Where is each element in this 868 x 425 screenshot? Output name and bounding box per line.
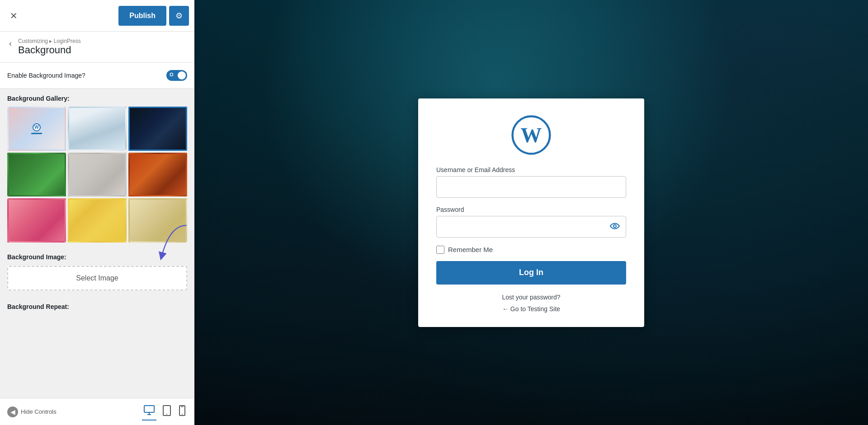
thumb-inner-6 bbox=[130, 154, 186, 196]
gallery-thumb-9[interactable] bbox=[128, 198, 187, 243]
remember-me-label: Remember Me bbox=[448, 246, 493, 253]
thumb-inner-2 bbox=[69, 108, 125, 149]
gallery-thumb-5[interactable] bbox=[68, 153, 127, 197]
hide-controls-arrow-icon: ◀ bbox=[7, 406, 18, 417]
bg-image-label: Background Image: bbox=[0, 247, 194, 263]
hide-controls-label: Hide Controls bbox=[21, 408, 57, 415]
password-input[interactable] bbox=[436, 216, 626, 238]
section-header: ‹ Customizing ▸ LoginPress Background bbox=[0, 32, 194, 63]
password-wrap bbox=[436, 216, 626, 238]
thumb-inner-5 bbox=[69, 154, 125, 196]
toggle-row: Enable Background Image? O bbox=[0, 63, 194, 89]
gallery-thumb-2[interactable] bbox=[68, 107, 127, 151]
bg-repeat-label: Background Repeat: bbox=[0, 297, 194, 313]
thumb-inner-8 bbox=[69, 200, 125, 241]
select-image-button[interactable]: Select Image bbox=[7, 266, 187, 290]
thumb-inner-3 bbox=[130, 108, 186, 149]
thumb-wp-bar bbox=[31, 133, 42, 134]
password-label: Password bbox=[436, 206, 626, 213]
wordpress-logo-icon: W bbox=[511, 115, 552, 155]
thumb-inner-7 bbox=[9, 200, 65, 241]
thumb-wp-logo: W bbox=[33, 123, 41, 131]
tablet-icon[interactable] bbox=[161, 403, 173, 420]
username-input[interactable] bbox=[436, 176, 626, 198]
section-title: Background bbox=[18, 44, 81, 56]
thumb-inner-9 bbox=[130, 200, 186, 241]
device-icons bbox=[142, 403, 187, 420]
thumb-inner-4 bbox=[9, 154, 65, 196]
username-label: Username or Email Address bbox=[436, 166, 626, 173]
panel-content[interactable]: Enable Background Image? O Background Ga… bbox=[0, 63, 194, 425]
remember-row: Remember Me bbox=[436, 246, 626, 254]
toggle-label: Enable Background Image? bbox=[7, 72, 85, 79]
customizer-panel: ✕ Publish ⚙ ‹ Customizing ▸ LoginPress B… bbox=[0, 0, 194, 425]
background-gallery: W bbox=[0, 105, 194, 247]
back-button[interactable]: ‹ bbox=[7, 39, 14, 48]
show-password-icon[interactable] bbox=[610, 221, 620, 232]
desktop-icon[interactable] bbox=[142, 403, 156, 420]
svg-point-11 bbox=[613, 224, 616, 227]
bottom-bar: ◀ Hide Controls bbox=[0, 398, 194, 425]
enable-background-toggle[interactable]: O bbox=[166, 70, 187, 81]
settings-button[interactable]: ⚙ bbox=[169, 6, 189, 26]
remember-me-checkbox[interactable] bbox=[436, 246, 444, 254]
toggle-on-text: O bbox=[170, 72, 174, 77]
gallery-thumb-6[interactable] bbox=[128, 153, 187, 197]
hide-controls-button[interactable]: ◀ Hide Controls bbox=[7, 406, 57, 417]
gallery-thumb-1[interactable]: W bbox=[7, 107, 66, 151]
wp-logo: W bbox=[436, 115, 626, 155]
gallery-thumb-7[interactable] bbox=[7, 198, 66, 243]
gallery-thumb-3[interactable] bbox=[128, 107, 187, 151]
section-title-block: Customizing ▸ LoginPress Background bbox=[18, 38, 81, 56]
gallery-thumb-8[interactable] bbox=[68, 198, 127, 243]
svg-text:W: W bbox=[521, 123, 542, 147]
main-area: W Username or Email Address Password Rem… bbox=[194, 0, 868, 425]
login-button[interactable]: Log In bbox=[436, 261, 626, 285]
gallery-thumb-4[interactable] bbox=[7, 153, 66, 197]
close-button[interactable]: ✕ bbox=[5, 8, 22, 24]
svg-point-6 bbox=[182, 414, 183, 415]
select-image-area: Select Image bbox=[0, 263, 194, 297]
top-bar: ✕ Publish ⚙ bbox=[0, 0, 194, 32]
breadcrumb: Customizing ▸ LoginPress bbox=[18, 38, 81, 44]
publish-area: Publish ⚙ bbox=[118, 6, 189, 26]
lost-password-link[interactable]: Lost your password? bbox=[436, 294, 626, 301]
svg-rect-0 bbox=[144, 406, 154, 412]
svg-point-4 bbox=[166, 414, 167, 415]
login-card: W Username or Email Address Password Rem… bbox=[418, 98, 644, 327]
thumb-inner-1: W bbox=[9, 108, 65, 149]
thumb-wp-1: W bbox=[31, 123, 42, 134]
gallery-label: Background Gallery: bbox=[0, 89, 194, 105]
publish-button[interactable]: Publish bbox=[118, 6, 166, 26]
mobile-icon[interactable] bbox=[177, 403, 187, 420]
testing-site-link[interactable]: ← Go to Testing Site bbox=[436, 305, 626, 313]
